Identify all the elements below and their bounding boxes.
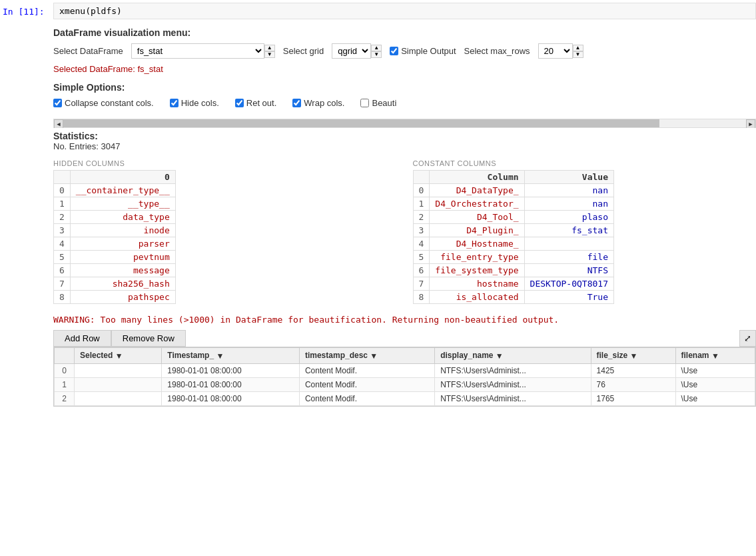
simple-output-checkbox[interactable] bbox=[390, 47, 398, 55]
hidden-col-row: 7 sha256_hash bbox=[54, 277, 176, 291]
grid-th-timestamp-desc[interactable]: timestamp_desc ▼ bbox=[299, 348, 434, 364]
warning-text: WARNING: Too many lines (>1000) in DataF… bbox=[53, 315, 756, 325]
statistics-section: Statistics: No. Entries: 3047 bbox=[53, 131, 756, 151]
const-col-value: file bbox=[524, 251, 613, 264]
max-rows-spinner-up[interactable]: ▲ bbox=[573, 45, 583, 51]
grid-cell-selected bbox=[75, 363, 162, 377]
const-col-row: 4 D4_Hostname_ bbox=[413, 237, 613, 251]
selected-df-text: Selected DataFrame: fs_stat bbox=[53, 64, 756, 74]
scroll-left-arrow[interactable]: ◀ bbox=[54, 119, 63, 128]
hidden-col-name-header: 0 bbox=[70, 171, 175, 184]
grid-spinner[interactable]: ▲ ▼ bbox=[371, 45, 382, 58]
hidden-col-idx: 0 bbox=[54, 184, 71, 197]
hidden-columns-group: HIDDEN COLUMNS 0 0 __container_type__ 1 … bbox=[53, 159, 397, 304]
hidden-col-row: 2 data_type bbox=[54, 211, 176, 224]
grid-header-row: Selected ▼ Timestamp_ ▼ timestamp_desc ▼… bbox=[55, 348, 755, 364]
entries-label: No. Entries: bbox=[53, 141, 99, 151]
menu-title: DataFrame visualization menu: bbox=[53, 27, 756, 38]
grid-cell-display-name: NTFS:\Users\Administ... bbox=[435, 391, 591, 405]
grid-th-display-name[interactable]: display_name ▼ bbox=[435, 348, 591, 364]
const-col-row: 7 hostname DESKTOP-0QT8017 bbox=[413, 277, 613, 291]
beauti-checkbox[interactable] bbox=[360, 99, 369, 107]
grid-cell-timestamp: 1980-01-01 08:00:00 bbox=[162, 391, 300, 405]
grid-th-filename[interactable]: filenam ▼ bbox=[675, 348, 755, 364]
hidden-columns-header: HIDDEN COLUMNS bbox=[53, 159, 397, 167]
checkbox-wrap: Wrap cols. bbox=[292, 98, 344, 108]
columns-section: HIDDEN COLUMNS 0 0 __container_type__ 1 … bbox=[53, 159, 756, 304]
ret-checkbox[interactable] bbox=[235, 99, 244, 107]
grid-cell-timestamp: 1980-01-01 08:00:00 bbox=[162, 363, 300, 377]
checkboxes-row: Collapse constant cols. Hide cols. Ret o… bbox=[53, 98, 756, 108]
df-spinner-up[interactable]: ▲ bbox=[264, 45, 275, 51]
expand-grid-button[interactable]: ⤢ bbox=[739, 330, 756, 347]
hidden-col-name: parser bbox=[70, 237, 175, 251]
grid-th-timestamp[interactable]: Timestamp_ ▼ bbox=[162, 348, 300, 364]
const-col-row: 0 D4_DataType_ nan bbox=[413, 184, 613, 197]
df-spinner-down[interactable]: ▼ bbox=[264, 51, 275, 58]
collapse-checkbox[interactable] bbox=[53, 99, 62, 107]
const-col-name: D4_DataType_ bbox=[430, 184, 524, 197]
grid-cell-file-size: 1425 bbox=[591, 363, 675, 377]
const-col-idx: 4 bbox=[413, 237, 430, 251]
ret-label: Ret out. bbox=[246, 98, 277, 108]
grid-cell-timestamp-desc: Content Modif. bbox=[299, 377, 434, 391]
hidden-col-name: inode bbox=[70, 224, 175, 237]
add-row-button[interactable]: Add Row bbox=[53, 330, 111, 347]
hidden-col-name: __container_type__ bbox=[70, 184, 175, 197]
grid-wrapper[interactable]: Selected ▼ Timestamp_ ▼ timestamp_desc ▼… bbox=[53, 347, 756, 407]
simple-options-title: Simple Options: bbox=[53, 82, 756, 93]
wrap-checkbox[interactable] bbox=[292, 99, 301, 107]
select-df-dropdown[interactable]: fs_stat df1 df2 bbox=[131, 43, 264, 59]
grid-cell-timestamp-desc: Content Modif. bbox=[299, 363, 434, 377]
const-col-name: hostname bbox=[430, 277, 524, 291]
hidden-col-row: 1 __type__ bbox=[54, 197, 176, 211]
const-col-row: 8 is_allocated True bbox=[413, 291, 613, 304]
wrap-label: Wrap cols. bbox=[304, 98, 344, 108]
select-grid-dropdown[interactable]: qgrid plain bbox=[332, 43, 371, 59]
grid-cell-timestamp: 1980-01-01 08:00:00 bbox=[162, 377, 300, 391]
checkbox-hide: Hide cols. bbox=[170, 98, 219, 108]
const-col-row: 3 D4_Plugin_ fs_stat bbox=[413, 224, 613, 237]
grid-th-file-size[interactable]: file_size ▼ bbox=[591, 348, 675, 364]
output-area: DataFrame visualization menu: Select Dat… bbox=[53, 22, 756, 412]
remove-row-button[interactable]: Remove Row bbox=[111, 330, 186, 347]
scroll-right-arrow[interactable]: ▶ bbox=[746, 119, 755, 128]
const-col-idx: 6 bbox=[413, 264, 430, 277]
hide-checkbox[interactable] bbox=[170, 99, 179, 107]
grid-cell-filename: \Use bbox=[675, 391, 755, 405]
max-rows-spinner[interactable]: ▲ ▼ bbox=[573, 45, 583, 58]
selected-df-prefix: Selected DataFrame: bbox=[53, 64, 135, 74]
horizontal-scrollbar[interactable]: ◀ ▶ bbox=[53, 119, 756, 128]
const-col-idx: 8 bbox=[413, 291, 430, 304]
hidden-col-index-header bbox=[54, 171, 71, 184]
max-rows-spinner-down[interactable]: ▼ bbox=[573, 51, 583, 58]
grid-th-selected[interactable]: Selected ▼ bbox=[75, 348, 162, 364]
selected-df-value: fs_stat bbox=[137, 64, 163, 74]
timestamp-desc-filter-icon[interactable]: ▼ bbox=[370, 351, 378, 361]
hidden-col-name: data_type bbox=[70, 211, 175, 224]
selected-filter-icon[interactable]: ▼ bbox=[115, 351, 123, 361]
constant-columns-header: CONSTANT COLUMNS bbox=[413, 159, 757, 167]
const-col-name: D4_Hostname_ bbox=[430, 237, 524, 251]
cell-label: In [11]: bbox=[0, 3, 53, 17]
timestamp-filter-icon[interactable]: ▼ bbox=[216, 351, 224, 361]
grid-cell-timestamp-desc: Content Modif. bbox=[299, 391, 434, 405]
hidden-col-row: 0 __container_type__ bbox=[54, 184, 176, 197]
const-col-row: 5 file_entry_type file bbox=[413, 251, 613, 264]
grid-spinner-up[interactable]: ▲ bbox=[371, 45, 382, 51]
display-name-filter-icon[interactable]: ▼ bbox=[496, 351, 504, 361]
df-spinner[interactable]: ▲ ▼ bbox=[264, 45, 275, 58]
grid-cell-display-name: NTFS:\Users\Administ... bbox=[435, 363, 591, 377]
file-size-filter-icon[interactable]: ▼ bbox=[630, 351, 638, 361]
const-col-name: D4_Tool_ bbox=[430, 211, 524, 224]
beauti-label: Beauti bbox=[372, 98, 396, 108]
select-max-rows-dropdown[interactable]: 20 50 100 bbox=[538, 43, 573, 59]
filename-filter-icon[interactable]: ▼ bbox=[711, 351, 719, 361]
const-col-row: 1 D4_Orchestrator_ nan bbox=[413, 197, 613, 211]
hidden-col-row: 3 inode bbox=[54, 224, 176, 237]
grid-spinner-down[interactable]: ▼ bbox=[371, 51, 382, 58]
statistics-title: Statistics: bbox=[53, 131, 756, 141]
cell-code: xmenu(pldfs) bbox=[53, 3, 756, 19]
hidden-col-name: sha256_hash bbox=[70, 277, 175, 291]
hidden-col-name: message bbox=[70, 264, 175, 277]
